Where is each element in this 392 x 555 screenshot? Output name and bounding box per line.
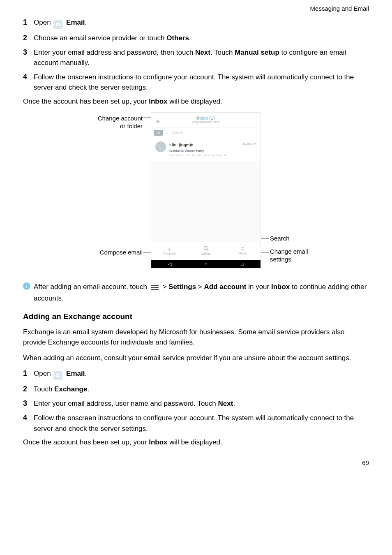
plus-icon: ＋ [166, 246, 172, 252]
mail-subject: Weekend Dinner Party [169, 148, 256, 153]
hamburger-menu-icon [151, 282, 159, 293]
text: Touch [34, 385, 54, 393]
filter-chip-all[interactable]: All [154, 130, 163, 136]
text: . Touch [210, 49, 235, 56]
mail-snippet: Dear Amy, I'd like to invite you to my h… [169, 153, 256, 158]
bold: Add account [204, 283, 247, 291]
callout-compose-email: Compose email [81, 249, 143, 257]
step-number: 4 [23, 72, 34, 83]
step-number: 2 [23, 384, 34, 395]
bold: Inbox [271, 283, 290, 291]
text: . [87, 385, 89, 393]
bold: Inbox [149, 97, 167, 105]
outro-paragraph-2: Once the account has been set up, your I… [23, 437, 369, 448]
step-body: Follow the onscreen instructions to conf… [34, 412, 369, 434]
svg-point-1 [204, 246, 207, 250]
text: . [85, 18, 87, 26]
callout-search: Search [270, 235, 290, 243]
android-nav-keys: ◁ ○ □ [151, 260, 261, 268]
step-number: 3 [23, 47, 34, 58]
unread-dot-icon: • [169, 142, 171, 147]
bold: Email [66, 370, 85, 377]
hamburger-icon[interactable]: ≡ [156, 117, 159, 126]
screen-filterbar: All ⌄ Search [151, 127, 261, 138]
phone-screen: ≡ Inbox (1) Amy@huawei.com All ⌄ Search … [151, 112, 261, 268]
mail-sender: •lin_jingmin [169, 141, 194, 148]
mail-time: 10:58 AM [242, 141, 256, 148]
screen-topbar: ≡ Inbox (1) Amy@huawei.com [151, 113, 261, 127]
email-app-icon [53, 20, 62, 29]
menu-icon: ≡ [241, 246, 244, 252]
step-number: 1 [23, 368, 34, 379]
steps-list-2: 1 Open Email. 2 Touch Exchange. 3 Enter … [23, 368, 369, 434]
bold: Settings [168, 283, 196, 291]
screen-bottom-tabs: ＋ Compose Search ≡ Menu [151, 242, 261, 260]
bold: Next [218, 400, 233, 407]
step-body: Touch Exchange. [34, 384, 369, 395]
text: . [85, 370, 87, 377]
sender-name: lin_jingmin [172, 143, 194, 147]
step-body: Open Email. [34, 17, 369, 29]
email-app-icon [53, 371, 62, 380]
nav-recent-icon[interactable]: □ [241, 261, 244, 268]
text: Once the account has been set up, your [23, 97, 149, 105]
bold: Manual setup [235, 49, 279, 56]
svg-line-2 [207, 249, 208, 251]
text: Follow the onscreen instructions to conf… [34, 414, 354, 432]
text: Once the account has been set up, your [23, 438, 149, 446]
chevron-down-icon[interactable]: ⌄ [166, 130, 169, 136]
search-placeholder[interactable]: Search [171, 130, 183, 136]
text: After adding an email account, touch [34, 283, 149, 291]
paragraph: Exchange is an email system developed by… [23, 327, 369, 348]
figure-container: Change accountor folder Compose email Se… [23, 112, 369, 273]
paragraph: When adding an account, consult your ema… [23, 353, 369, 363]
text: Follow the onscreen instructions to conf… [34, 73, 354, 92]
info-note: i After adding an email account, touch >… [23, 282, 369, 303]
step-number: 4 [23, 412, 34, 423]
info-icon: i [23, 282, 30, 290]
tab-menu[interactable]: ≡ Menu [224, 242, 261, 260]
step-body: Enter your email address, user name and … [34, 398, 369, 409]
text: Enter your email address and password, t… [34, 49, 195, 56]
text: in your [246, 283, 271, 291]
screen-subtitle: Amy@huawei.com [192, 120, 220, 124]
tab-label: Menu [239, 252, 246, 256]
outro-paragraph-1: Once the account has been set up, your I… [23, 96, 369, 107]
heading-exchange: Adding an Exchange account [23, 311, 369, 323]
nav-home-icon[interactable]: ○ [205, 261, 208, 268]
bold: Email [66, 18, 85, 26]
bold: Inbox [149, 438, 167, 446]
step-body: Open Email. [34, 368, 369, 380]
search-icon [203, 246, 209, 252]
callout-change-settings: Change emailsettings [270, 248, 308, 264]
text: Choose an email service provider or touc… [34, 34, 166, 42]
step-body: Choose an email service provider or touc… [34, 32, 369, 44]
tab-label: Compose [163, 252, 175, 256]
info-text: After adding an email account, touch > S… [34, 282, 369, 303]
step-body: Enter your email address and password, t… [34, 47, 369, 68]
tab-compose[interactable]: ＋ Compose [151, 242, 188, 260]
text: > [196, 283, 204, 291]
tab-search[interactable]: Search [188, 242, 224, 260]
svg-rect-0 [55, 23, 61, 27]
screen-title-block: Inbox (1) Amy@huawei.com [192, 116, 220, 124]
page-number: 69 [23, 458, 369, 468]
step-number: 2 [23, 32, 34, 44]
mail-list-item[interactable]: L •lin_jingmin 10:58 AM Weekend Dinner P… [151, 138, 261, 161]
bold: Next [195, 49, 210, 56]
mail-text: •lin_jingmin 10:58 AM Weekend Dinner Par… [169, 141, 256, 157]
steps-list-1: 1 Open Email. 2 Choose an email service … [23, 17, 369, 93]
step-number: 1 [23, 17, 34, 28]
text: . [233, 400, 235, 407]
text: will be displayed. [168, 97, 222, 105]
text: . [189, 34, 191, 42]
text: Enter your email address, user name and … [34, 400, 218, 407]
text: Open [34, 18, 53, 26]
svg-rect-6 [55, 374, 61, 378]
step-body: Follow the onscreen instructions to conf… [34, 72, 369, 93]
callout-change-account: Change accountor folder [81, 115, 143, 130]
avatar: L [155, 141, 166, 152]
bold: Others [166, 34, 189, 42]
text: > [162, 283, 168, 291]
nav-back-icon[interactable]: ◁ [168, 261, 171, 268]
